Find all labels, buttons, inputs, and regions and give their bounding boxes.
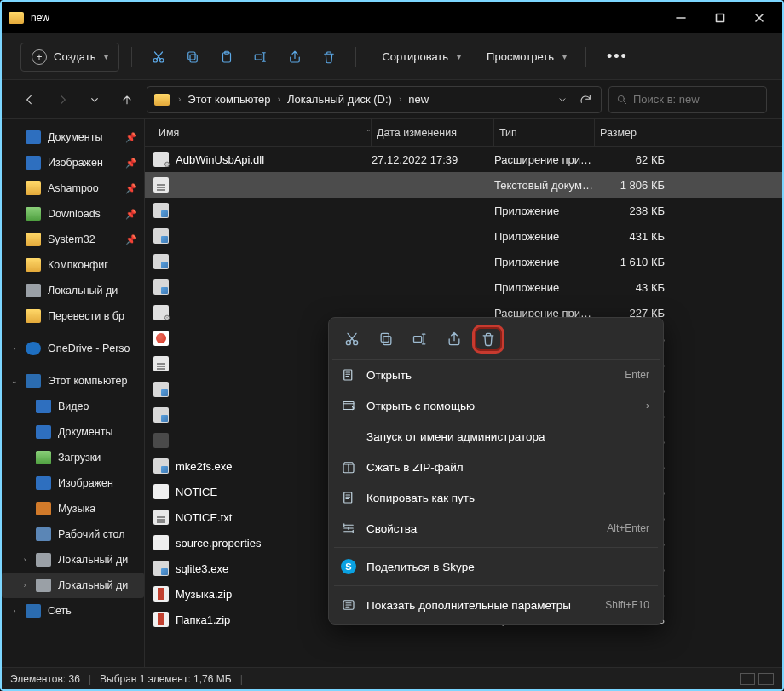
file-row[interactable]: Текстовый докум…1 806 КБ xyxy=(145,172,782,198)
svg-rect-3 xyxy=(190,55,197,62)
col-name[interactable]: Имя˄ xyxy=(153,119,372,146)
file-row[interactable]: Приложение43 КБ xyxy=(145,274,782,300)
search-placeholder: Поиск в: new xyxy=(633,93,700,106)
pc-icon xyxy=(26,374,41,388)
sidebar-item[interactable]: Видео xyxy=(2,394,144,419)
svg-rect-13 xyxy=(414,337,422,343)
create-button[interactable]: + Создать ▾ xyxy=(20,43,119,72)
ctx-copy-path[interactable]: Копировать как путь xyxy=(332,482,660,513)
status-count: Элементов: 36 xyxy=(10,673,80,685)
col-size[interactable]: Размер xyxy=(595,119,673,146)
paste-button[interactable] xyxy=(212,43,241,72)
sidebar-item[interactable]: Локальный ди xyxy=(2,278,144,303)
ctx-share-button[interactable] xyxy=(438,325,470,354)
forward-button[interactable] xyxy=(49,87,75,112)
explorer-window: new + Создать ▾ Сортировать ▾ Просмотрет… xyxy=(0,0,784,691)
sidebar-label: Рабочий стол xyxy=(58,528,124,540)
file-row[interactable]: Приложение431 КБ xyxy=(145,223,782,249)
ctx-open[interactable]: Открыть Enter xyxy=(332,360,660,390)
sidebar-label: Перевести в бр xyxy=(48,310,124,322)
ctx-copy-button[interactable] xyxy=(370,325,402,354)
refresh-icon[interactable] xyxy=(579,93,592,107)
ctx-open-with[interactable]: Открыть с помощью › xyxy=(332,390,660,421)
open-icon xyxy=(341,367,356,383)
sidebar-item[interactable]: Ashampoo📌 xyxy=(2,176,144,201)
chevron-down-icon[interactable] xyxy=(556,94,568,106)
sidebar-item[interactable]: ›OneDrive - Perso xyxy=(2,336,144,361)
copy-button[interactable] xyxy=(178,43,207,72)
sidebar-label: Видео xyxy=(58,400,89,412)
up-button[interactable] xyxy=(114,87,140,112)
breadcrumb-root[interactable]: Этот компьютер xyxy=(184,93,274,106)
ctx-run-as-admin[interactable]: Запуск от имени администратора xyxy=(332,421,660,452)
sidebar-label: Музыка xyxy=(58,503,95,515)
pin-icon: 📌 xyxy=(125,209,139,220)
file-type: Приложение xyxy=(494,281,595,294)
col-modified[interactable]: Дата изменения xyxy=(372,119,494,146)
sidebar-item[interactable]: Downloads📌 xyxy=(2,201,144,227)
maximize-button[interactable] xyxy=(700,2,740,34)
sidebar-item[interactable]: System32📌 xyxy=(2,227,144,252)
sidebar-item[interactable]: ›Локальный ди xyxy=(2,573,144,598)
sidebar-label: Загрузки xyxy=(58,452,101,464)
view-toggle[interactable] xyxy=(740,673,774,685)
sidebar-label: Сеть xyxy=(48,605,72,617)
sidebar-item[interactable]: Изображен📌 xyxy=(2,150,144,176)
sidebar-item[interactable]: Изображен xyxy=(2,470,144,496)
ctx-share-skype[interactable]: S Поделиться в Skype xyxy=(332,551,660,582)
expand-icon: › xyxy=(20,581,29,590)
ctx-compress-zip[interactable]: Сжать в ZIP-файл xyxy=(332,452,660,482)
docs-icon xyxy=(36,425,51,439)
file-row[interactable]: Приложение1 610 КБ xyxy=(145,249,782,274)
address-bar[interactable]: › Этот компьютер › Локальный диск (D:) ›… xyxy=(147,86,602,113)
prop-file-icon xyxy=(153,535,169,550)
search-input[interactable]: Поиск в: new xyxy=(608,86,767,113)
expand-icon: › xyxy=(10,607,19,615)
sidebar-item[interactable]: ›Локальный ди xyxy=(2,547,144,573)
close-button[interactable] xyxy=(740,2,779,34)
ctx-cut-button[interactable] xyxy=(336,325,368,354)
sidebar-label: OneDrive - Perso xyxy=(48,343,130,354)
sidebar-item[interactable]: Перевести в бр xyxy=(2,303,144,329)
sidebar-item[interactable]: Компконфиг xyxy=(2,252,144,278)
html-file-icon xyxy=(153,331,169,346)
sidebar-item[interactable]: Рабочий стол xyxy=(2,521,144,547)
ctx-delete-button[interactable] xyxy=(472,325,504,354)
properties-icon xyxy=(341,521,356,536)
sort-button[interactable]: Сортировать ▾ xyxy=(368,43,468,72)
sidebar-item[interactable]: Загрузки xyxy=(2,445,144,470)
status-bar: Элементов: 36 | Выбран 1 элемент: 1,76 М… xyxy=(2,667,782,689)
file-date: 27.12.2022 17:39 xyxy=(372,153,494,166)
chevron-right-icon: › xyxy=(175,95,184,104)
exe-file-icon xyxy=(153,561,169,576)
col-type[interactable]: Тип xyxy=(494,119,595,146)
delete-button[interactable] xyxy=(314,43,343,72)
sidebar-item[interactable]: ›Сеть xyxy=(2,598,144,624)
svg-rect-7 xyxy=(256,55,262,60)
sidebar-item[interactable]: ⌄Этот компьютер xyxy=(2,368,144,394)
file-row[interactable]: Приложение238 КБ xyxy=(145,198,782,223)
breadcrumb-folder[interactable]: new xyxy=(405,93,432,106)
share-button[interactable] xyxy=(280,43,309,72)
back-button[interactable] xyxy=(17,87,43,112)
more-button[interactable]: ••• xyxy=(598,48,637,66)
breadcrumb-drive[interactable]: Локальный диск (D:) xyxy=(284,93,395,106)
sidebar-item[interactable]: Документы xyxy=(2,419,144,445)
sidebar-item[interactable]: Музыка xyxy=(2,496,144,521)
cfg-file-icon xyxy=(153,433,169,448)
view-button[interactable]: Просмотреть ▾ xyxy=(473,43,574,72)
ctx-properties[interactable]: Свойства Alt+Enter xyxy=(332,513,660,544)
pin-icon: 📌 xyxy=(125,183,139,194)
ctx-show-more[interactable]: Показать дополнительные параметры Shift+… xyxy=(332,590,660,620)
recent-button[interactable] xyxy=(82,87,107,112)
file-list: Имя˄ Дата изменения Тип Размер AdbWinUsb… xyxy=(145,119,782,667)
folderg-icon xyxy=(26,207,41,221)
rename-button[interactable] xyxy=(246,43,275,72)
chevron-right-icon: › xyxy=(395,95,405,104)
minimize-button[interactable] xyxy=(661,2,700,34)
file-row[interactable]: AdbWinUsbApi.dll27.12.2022 17:39Расширен… xyxy=(145,147,782,172)
sidebar-item[interactable]: Документы📌 xyxy=(2,124,144,150)
context-quick-actions xyxy=(332,321,660,360)
ctx-rename-button[interactable] xyxy=(404,325,436,354)
cut-button[interactable] xyxy=(144,43,173,72)
